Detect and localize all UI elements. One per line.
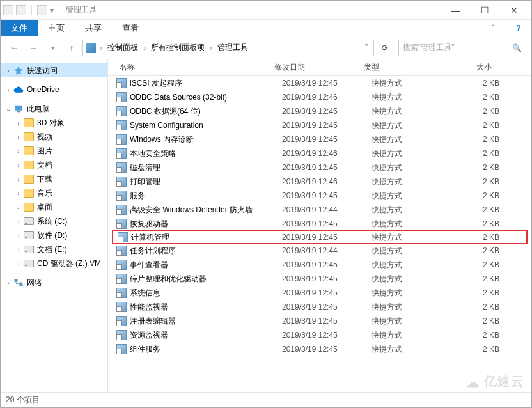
tab-share[interactable]: 共享 [75,20,112,36]
expand-icon[interactable]: › [15,120,22,127]
chevron-right-icon[interactable]: › [142,43,147,52]
file-row[interactable]: Windows 内存诊断2019/3/19 12:45快捷方式2 KB [108,132,531,146]
expand-icon[interactable]: › [15,162,22,169]
network-icon [13,278,24,288]
file-size: 2 KB [467,177,506,186]
file-type: 快捷方式 [372,134,467,145]
expand-icon[interactable]: › [15,218,22,225]
sidebar-item-pc-child[interactable]: ›桌面 [1,200,107,214]
sidebar-item-thispc[interactable]: ⌄ 此电脑 [1,102,107,116]
breadcrumb-dropdown[interactable]: ˅ [362,43,371,52]
expand-icon[interactable]: › [15,204,22,211]
expand-icon[interactable]: › [15,246,22,253]
refresh-button[interactable]: ⟳ [377,40,393,56]
file-size: 2 KB [467,205,506,214]
file-row[interactable]: 高级安全 Windows Defender 防火墙2019/3/19 12:44… [108,203,531,217]
sidebar-item-pc-child[interactable]: ›文档 [1,158,107,172]
file-row[interactable]: 注册表编辑器2019/3/19 12:45快捷方式2 KB [108,314,531,328]
help-button[interactable]: ? [506,24,531,33]
sidebar-item-network[interactable]: › 网络 [1,276,107,290]
sidebar-item-pc-child[interactable]: ›CD 驱动器 (Z:) VM [1,256,107,271]
file-row[interactable]: System Configuration2019/3/19 12:45快捷方式2… [108,118,531,132]
separator [31,5,32,15]
drive-icon [24,231,34,239]
expand-icon[interactable]: › [15,176,22,183]
titlebar: ▾ 管理工具 — ☐ ✕ [1,1,531,20]
search-input[interactable]: 搜索"管理工具" 🔍 [398,40,526,56]
file-name: ODBC 数据源(64 位) [127,106,282,117]
file-row[interactable]: 任务计划程序2019/3/19 12:44快捷方式2 KB [108,244,531,258]
sidebar-item-pc-child[interactable]: ›视频 [1,130,107,144]
expand-icon[interactable]: › [15,232,22,239]
file-row[interactable]: 事件查看器2019/3/19 12:45快捷方式2 KB [108,258,531,272]
sidebar-item-label: 软件 (D:) [37,230,67,241]
file-row[interactable]: 服务2019/3/19 12:45快捷方式2 KB [108,189,531,203]
maximize-button[interactable]: ☐ [470,1,499,20]
expand-icon[interactable]: › [4,279,12,286]
expand-icon[interactable]: › [15,190,22,197]
file-row[interactable]: 组件服务2019/3/19 12:45快捷方式2 KB [108,342,531,356]
breadcrumb-item[interactable]: 管理工具 [216,42,249,53]
close-button[interactable]: ✕ [499,1,529,20]
forward-button[interactable]: → [25,40,42,56]
file-date: 2019/3/19 12:44 [282,205,372,214]
column-header-size[interactable]: 大小 [460,62,498,73]
file-size: 2 KB [467,163,506,172]
file-row[interactable]: 系统信息2019/3/19 12:45快捷方式2 KB [108,286,531,300]
file-size: 2 KB [467,79,506,88]
expand-icon[interactable]: › [15,134,22,141]
file-row[interactable]: iSCSI 发起程序2019/3/19 12:45快捷方式2 KB [108,76,531,90]
sidebar-item-pc-child[interactable]: ›下载 [1,172,107,186]
file-row[interactable]: 磁盘清理2019/3/19 12:45快捷方式2 KB [108,161,531,175]
breadcrumb-item[interactable]: 所有控制面板项 [150,42,206,53]
expand-icon[interactable]: › [4,86,12,93]
sidebar-item-pc-child[interactable]: ›图片 [1,144,107,158]
svg-rect-1 [17,111,20,112]
file-row[interactable]: 恢复驱动器2019/3/19 12:45快捷方式2 KB [108,217,531,231]
back-button[interactable]: ← [6,40,22,56]
expand-icon[interactable]: › [15,148,22,155]
file-row[interactable]: 碎片整理和优化驱动器2019/3/19 12:45快捷方式2 KB [108,272,531,286]
chevron-right-icon[interactable]: › [208,43,214,52]
breadcrumb[interactable]: › 控制面板 › 所有控制面板项 › 管理工具 ˅ [82,40,374,56]
file-type: 快捷方式 [372,120,467,131]
up-button[interactable]: ↑ [63,40,80,56]
expand-icon[interactable]: › [4,67,12,74]
ribbon-expand[interactable]: ˅ [480,24,506,33]
column-header-type[interactable]: 类型 [364,62,460,73]
shortcut-icon [116,148,127,159]
collapse-icon[interactable]: ⌄ [4,106,12,113]
file-row[interactable]: 性能监视器2019/3/19 12:45快捷方式2 KB [108,300,531,314]
sidebar-item-pc-child[interactable]: ›音乐 [1,186,107,200]
breadcrumb-item[interactable]: 控制面板 [106,42,139,53]
file-type: 快捷方式 [372,344,467,355]
tab-view[interactable]: 查看 [112,20,149,36]
tab-file[interactable]: 文件 [1,20,38,36]
qat-button-2[interactable] [37,5,47,15]
sidebar-item-label: 网络 [27,278,42,288]
history-dropdown[interactable]: ▾ [44,40,61,56]
sidebar-item-quick-access[interactable]: › 快速访问 [1,63,107,77]
sidebar-item-pc-child[interactable]: ›软件 (D:) [1,228,107,242]
column-header-date[interactable]: 修改日期 [274,62,364,73]
sidebar-item-pc-child[interactable]: ›3D 对象 [1,116,107,130]
sidebar-item-onedrive[interactable]: › OneDrive [1,82,107,97]
file-size: 2 KB [467,135,506,144]
sidebar-item-pc-child[interactable]: ›文档 (E:) [1,242,107,256]
file-row[interactable]: 资源监视器2019/3/19 12:45快捷方式2 KB [108,328,531,342]
file-row[interactable]: ODBC 数据源(64 位)2019/3/19 12:45快捷方式2 KB [108,104,531,118]
qat-button-1[interactable] [16,5,26,15]
qat-dropdown[interactable]: ▾ [50,6,54,15]
file-row[interactable]: 本地安全策略2019/3/19 12:46快捷方式2 KB [108,146,531,161]
expand-icon[interactable]: › [15,260,22,267]
minimize-button[interactable]: — [441,1,470,20]
tab-home[interactable]: 主页 [38,20,75,36]
file-row[interactable]: 打印管理2019/3/19 12:46快捷方式2 KB [108,175,531,189]
sidebar-item-pc-child[interactable]: ›系统 (C:) [1,214,107,228]
file-row[interactable]: 计算机管理2019/3/19 12:45快捷方式2 KB [112,230,528,244]
file-name: 性能监视器 [127,302,282,313]
search-icon[interactable]: 🔍 [512,43,522,52]
column-header-name[interactable]: 名称 [108,62,274,73]
chevron-right-icon[interactable]: › [98,43,104,52]
file-row[interactable]: ODBC Data Sources (32-bit)2019/3/19 12:4… [108,90,531,104]
